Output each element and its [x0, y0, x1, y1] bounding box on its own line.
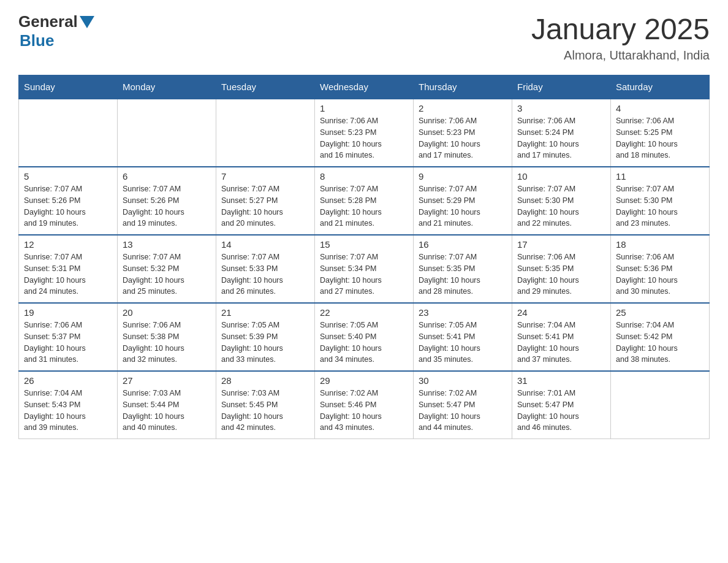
day-info: Sunrise: 7:03 AM Sunset: 5:44 PM Dayligh…: [123, 388, 211, 434]
calendar-cell: 28Sunrise: 7:03 AM Sunset: 5:45 PM Dayli…: [216, 371, 315, 439]
logo-triangle-icon: [80, 16, 94, 28]
calendar-cell: 15Sunrise: 7:07 AM Sunset: 5:34 PM Dayli…: [315, 235, 414, 303]
calendar-cell: 31Sunrise: 7:01 AM Sunset: 5:47 PM Dayli…: [512, 371, 611, 439]
day-info: Sunrise: 7:07 AM Sunset: 5:27 PM Dayligh…: [221, 183, 309, 229]
title-block: January 2025 Almora, Uttarakhand, India: [531, 12, 710, 63]
day-number: 29: [320, 375, 408, 386]
calendar-cell: [118, 99, 216, 167]
day-info: Sunrise: 7:06 AM Sunset: 5:35 PM Dayligh…: [517, 251, 605, 297]
day-number: 14: [221, 239, 309, 250]
page-header: General Blue January 2025 Almora, Uttara…: [18, 12, 710, 63]
day-info: Sunrise: 7:06 AM Sunset: 5:23 PM Dayligh…: [320, 115, 408, 161]
day-number: 15: [320, 239, 408, 250]
day-info: Sunrise: 7:07 AM Sunset: 5:35 PM Dayligh…: [419, 251, 507, 297]
day-number: 21: [221, 307, 309, 318]
calendar-cell: 21Sunrise: 7:05 AM Sunset: 5:39 PM Dayli…: [216, 303, 315, 371]
calendar-header-row: SundayMondayTuesdayWednesdayThursdayFrid…: [19, 75, 710, 99]
calendar-cell: 5Sunrise: 7:07 AM Sunset: 5:26 PM Daylig…: [19, 167, 118, 235]
day-number: 31: [517, 375, 605, 386]
day-info: Sunrise: 7:07 AM Sunset: 5:30 PM Dayligh…: [517, 183, 605, 229]
calendar-cell: 25Sunrise: 7:04 AM Sunset: 5:42 PM Dayli…: [611, 303, 710, 371]
calendar-cell: [19, 99, 118, 167]
day-info: Sunrise: 7:06 AM Sunset: 5:25 PM Dayligh…: [616, 115, 704, 161]
day-info: Sunrise: 7:05 AM Sunset: 5:40 PM Dayligh…: [320, 320, 408, 366]
day-info: Sunrise: 7:06 AM Sunset: 5:37 PM Dayligh…: [24, 320, 112, 366]
logo-general-text: General: [18, 12, 78, 31]
day-of-week-header: Wednesday: [315, 75, 414, 99]
day-info: Sunrise: 7:03 AM Sunset: 5:45 PM Dayligh…: [221, 388, 309, 434]
day-number: 17: [517, 239, 605, 250]
day-number: 13: [123, 239, 211, 250]
calendar-cell: 27Sunrise: 7:03 AM Sunset: 5:44 PM Dayli…: [118, 371, 216, 439]
day-info: Sunrise: 7:05 AM Sunset: 5:41 PM Dayligh…: [419, 320, 507, 366]
day-info: Sunrise: 7:06 AM Sunset: 5:24 PM Dayligh…: [517, 115, 605, 161]
day-number: 1: [320, 103, 408, 113]
calendar-cell: 4Sunrise: 7:06 AM Sunset: 5:25 PM Daylig…: [611, 99, 710, 167]
calendar-cell: 14Sunrise: 7:07 AM Sunset: 5:33 PM Dayli…: [216, 235, 315, 303]
calendar-week-row: 1Sunrise: 7:06 AM Sunset: 5:23 PM Daylig…: [19, 99, 710, 167]
location-title: Almora, Uttarakhand, India: [531, 48, 710, 63]
calendar-cell: 16Sunrise: 7:07 AM Sunset: 5:35 PM Dayli…: [414, 235, 512, 303]
day-number: 24: [517, 307, 605, 318]
day-number: 19: [24, 307, 112, 318]
day-info: Sunrise: 7:07 AM Sunset: 5:32 PM Dayligh…: [123, 251, 211, 297]
day-number: 11: [616, 171, 704, 182]
day-number: 12: [24, 239, 112, 250]
calendar-week-row: 19Sunrise: 7:06 AM Sunset: 5:37 PM Dayli…: [19, 303, 710, 371]
calendar-cell: 12Sunrise: 7:07 AM Sunset: 5:31 PM Dayli…: [19, 235, 118, 303]
day-info: Sunrise: 7:07 AM Sunset: 5:31 PM Dayligh…: [24, 251, 112, 297]
calendar-week-row: 12Sunrise: 7:07 AM Sunset: 5:31 PM Dayli…: [19, 235, 710, 303]
day-info: Sunrise: 7:07 AM Sunset: 5:28 PM Dayligh…: [320, 183, 408, 229]
calendar-cell: 22Sunrise: 7:05 AM Sunset: 5:40 PM Dayli…: [315, 303, 414, 371]
day-info: Sunrise: 7:07 AM Sunset: 5:26 PM Dayligh…: [123, 183, 211, 229]
day-number: 3: [517, 103, 605, 113]
day-info: Sunrise: 7:07 AM Sunset: 5:30 PM Dayligh…: [616, 183, 704, 229]
day-info: Sunrise: 7:05 AM Sunset: 5:39 PM Dayligh…: [221, 320, 309, 366]
day-number: 30: [419, 375, 507, 386]
day-of-week-header: Thursday: [414, 75, 512, 99]
calendar-cell: 26Sunrise: 7:04 AM Sunset: 5:43 PM Dayli…: [19, 371, 118, 439]
logo-blue-text: Blue: [20, 31, 54, 50]
calendar-table: SundayMondayTuesdayWednesdayThursdayFrid…: [18, 75, 710, 439]
calendar-week-row: 26Sunrise: 7:04 AM Sunset: 5:43 PM Dayli…: [19, 371, 710, 439]
day-number: 6: [123, 171, 211, 182]
day-info: Sunrise: 7:06 AM Sunset: 5:36 PM Dayligh…: [616, 251, 704, 297]
day-info: Sunrise: 7:04 AM Sunset: 5:42 PM Dayligh…: [616, 320, 704, 366]
calendar-cell: 13Sunrise: 7:07 AM Sunset: 5:32 PM Dayli…: [118, 235, 216, 303]
calendar-cell: 30Sunrise: 7:02 AM Sunset: 5:47 PM Dayli…: [414, 371, 512, 439]
day-number: 16: [419, 239, 507, 250]
calendar-cell: 8Sunrise: 7:07 AM Sunset: 5:28 PM Daylig…: [315, 167, 414, 235]
calendar-cell: 10Sunrise: 7:07 AM Sunset: 5:30 PM Dayli…: [512, 167, 611, 235]
calendar-cell: 19Sunrise: 7:06 AM Sunset: 5:37 PM Dayli…: [19, 303, 118, 371]
day-info: Sunrise: 7:04 AM Sunset: 5:43 PM Dayligh…: [24, 388, 112, 434]
calendar-cell: 17Sunrise: 7:06 AM Sunset: 5:35 PM Dayli…: [512, 235, 611, 303]
day-number: 28: [221, 375, 309, 386]
logo: General Blue: [18, 12, 96, 50]
calendar-cell: 1Sunrise: 7:06 AM Sunset: 5:23 PM Daylig…: [315, 99, 414, 167]
day-number: 26: [24, 375, 112, 386]
calendar-cell: 7Sunrise: 7:07 AM Sunset: 5:27 PM Daylig…: [216, 167, 315, 235]
day-of-week-header: Monday: [118, 75, 216, 99]
calendar-cell: 18Sunrise: 7:06 AM Sunset: 5:36 PM Dayli…: [611, 235, 710, 303]
calendar-cell: 11Sunrise: 7:07 AM Sunset: 5:30 PM Dayli…: [611, 167, 710, 235]
calendar-cell: 20Sunrise: 7:06 AM Sunset: 5:38 PM Dayli…: [118, 303, 216, 371]
day-info: Sunrise: 7:07 AM Sunset: 5:29 PM Dayligh…: [419, 183, 507, 229]
day-number: 9: [419, 171, 507, 182]
calendar-cell: 24Sunrise: 7:04 AM Sunset: 5:41 PM Dayli…: [512, 303, 611, 371]
calendar-cell: 3Sunrise: 7:06 AM Sunset: 5:24 PM Daylig…: [512, 99, 611, 167]
day-of-week-header: Friday: [512, 75, 611, 99]
calendar-week-row: 5Sunrise: 7:07 AM Sunset: 5:26 PM Daylig…: [19, 167, 710, 235]
day-of-week-header: Tuesday: [216, 75, 315, 99]
calendar-cell: 29Sunrise: 7:02 AM Sunset: 5:46 PM Dayli…: [315, 371, 414, 439]
day-of-week-header: Saturday: [611, 75, 710, 99]
day-info: Sunrise: 7:02 AM Sunset: 5:46 PM Dayligh…: [320, 388, 408, 434]
day-number: 10: [517, 171, 605, 182]
day-info: Sunrise: 7:06 AM Sunset: 5:23 PM Dayligh…: [419, 115, 507, 161]
day-info: Sunrise: 7:04 AM Sunset: 5:41 PM Dayligh…: [517, 320, 605, 366]
day-of-week-header: Sunday: [19, 75, 118, 99]
month-title: January 2025: [531, 12, 710, 46]
day-number: 20: [123, 307, 211, 318]
calendar-cell: 2Sunrise: 7:06 AM Sunset: 5:23 PM Daylig…: [414, 99, 512, 167]
day-number: 27: [123, 375, 211, 386]
day-info: Sunrise: 7:02 AM Sunset: 5:47 PM Dayligh…: [419, 388, 507, 434]
